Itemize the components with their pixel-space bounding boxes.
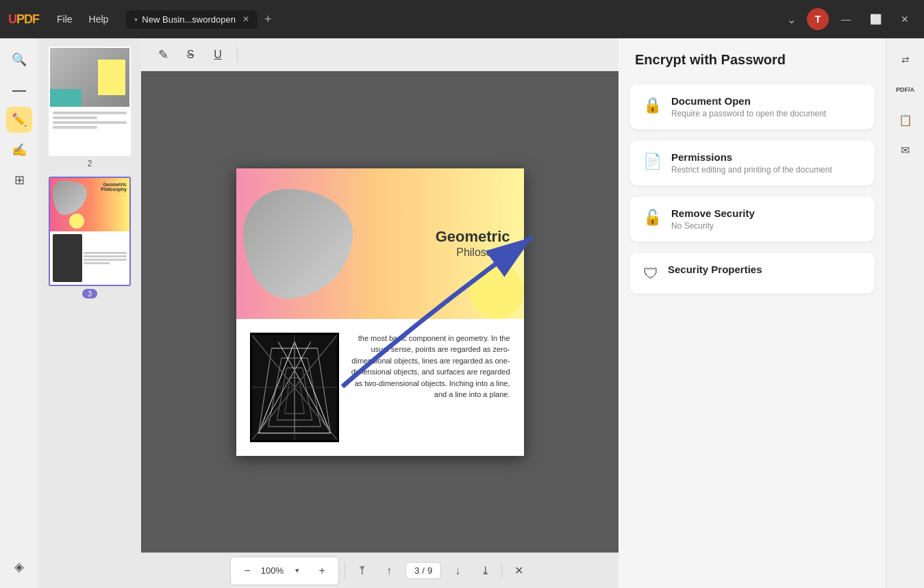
page-title-block: Geometric Philosophy — [436, 228, 510, 258]
security-properties-title: Security Properties — [668, 264, 762, 275]
page-header: Geometric Philosophy — [236, 168, 524, 319]
permissions-title: Permissions — [671, 151, 832, 163]
highlight-tool[interactable]: ✎ — [152, 44, 174, 66]
tab-area: ▾ New Busin...swordopen ✕ + — [126, 10, 776, 29]
maximize-button[interactable]: ⬜ — [863, 11, 888, 27]
zoom-controls: − 100% ▾ + — [230, 557, 339, 585]
page3-subtitle-text: Philosophy — [436, 246, 510, 259]
nav-divider-2 — [501, 563, 502, 579]
close-button[interactable]: ✕ — [894, 11, 916, 27]
toolbar: ✎ S U — [141, 38, 619, 71]
security-properties-text: Security Properties — [668, 264, 762, 277]
menu-help[interactable]: Help — [82, 11, 116, 27]
pages-icon[interactable]: ⊞ — [6, 167, 32, 193]
lock-open-icon: 🔓 — [643, 209, 662, 227]
thumbnail-page-2[interactable]: 2 — [49, 47, 131, 168]
thumbnail-panel: 2 GeometricPhilosophy — [38, 38, 141, 588]
geometric-svg — [252, 335, 337, 440]
remove-security-title: Remove Security — [671, 207, 755, 219]
document-icon[interactable]: 📋 — [892, 107, 919, 133]
convert-icon[interactable]: ⇄ — [892, 47, 919, 73]
bottom-navigation: − 100% ▾ + ⤒ ↑ 3 / 9 ↓ ⤓ ✕ — [141, 552, 619, 588]
tab-close-button[interactable]: ✕ — [242, 14, 249, 24]
page-indicator: 3 / 9 — [405, 562, 441, 579]
thumb-label-2: 2 — [88, 159, 92, 168]
document-lock-icon: 📄 — [643, 153, 662, 170]
active-tab[interactable]: ▾ New Busin...swordopen ✕ — [126, 10, 258, 29]
permissions-text: Permissions Restrict editing and printin… — [671, 151, 832, 175]
security-properties-option[interactable]: 🛡 Security Properties — [629, 253, 875, 294]
thumb-img-3: GeometricPhilosophy — [49, 177, 131, 286]
permissions-option[interactable]: 📄 Permissions Restrict editing and print… — [629, 140, 875, 186]
zoom-in-button[interactable]: + — [311, 560, 333, 582]
geometric-box — [250, 333, 339, 442]
last-page-button[interactable]: ⤓ — [474, 560, 496, 582]
prev-page-button[interactable]: ↑ — [378, 560, 400, 582]
shield-icon: 🛡 — [643, 265, 658, 283]
document-open-desc: Require a password to open the document — [671, 109, 826, 118]
minimize-button[interactable]: — — [834, 11, 858, 27]
right-panel: Encrypt with Password 🔒 Document Open Re… — [619, 38, 886, 588]
document-open-title: Document Open — [671, 95, 826, 107]
page3-title-text: Geometric — [436, 228, 510, 246]
content-area: ✎ S U Geometric Philosophy — [141, 38, 619, 588]
tab-title: New Busin...swordopen — [142, 14, 236, 25]
search-icon[interactable]: 🔍 — [6, 47, 32, 73]
first-page-button[interactable]: ⤒ — [351, 560, 373, 582]
zoom-dropdown-button[interactable]: ▾ — [286, 560, 308, 582]
app-logo: UPDF — [8, 12, 39, 27]
remove-security-desc: No Security — [671, 221, 755, 231]
page-document: Geometric Philosophy — [236, 168, 524, 456]
geometric-image-box — [250, 333, 339, 442]
next-page-button[interactable]: ↓ — [447, 560, 469, 582]
toolbar-divider — [237, 47, 238, 63]
menu-file[interactable]: File — [50, 11, 79, 27]
yellow-circle — [469, 264, 524, 319]
chevron-down-icon[interactable]: ⌄ — [782, 10, 801, 29]
tab-dropdown-icon[interactable]: ▾ — [134, 16, 138, 23]
page-body: the most basic component in geometry. In… — [236, 319, 524, 456]
titlebar: UPDF File Help ▾ New Busin...swordopen ✕… — [0, 0, 924, 38]
comment-icon[interactable]: ✍️ — [6, 137, 32, 163]
page-body-text: the most basic component in geometry. In… — [350, 333, 510, 442]
document-open-option[interactable]: 🔒 Document Open Require a password to op… — [629, 84, 875, 129]
left-sidebar: 🔍 — ✏️ ✍️ ⊞ ◈ — [0, 38, 38, 588]
lock-closed-icon: 🔒 — [643, 97, 662, 114]
titlebar-right-controls: ⌄ T — ⬜ ✕ — [782, 8, 916, 30]
zoom-out-button[interactable]: − — [236, 560, 258, 582]
layers-icon[interactable]: ◈ — [6, 554, 32, 580]
thumb-img-2 — [49, 47, 131, 156]
pdf-convert-icon[interactable]: PDF/A — [892, 77, 919, 103]
right-panel-title: Encrypt with Password — [619, 38, 886, 79]
page-separator: / — [422, 565, 425, 576]
avatar[interactable]: T — [807, 8, 829, 30]
permissions-desc: Restrict editing and printing of the doc… — [671, 165, 832, 175]
document-open-text: Document Open Require a password to open… — [671, 95, 826, 118]
current-page: 3 — [414, 565, 419, 576]
page-wavy-image — [243, 189, 353, 298]
underline-tool[interactable]: U — [207, 44, 229, 66]
page-canvas: Geometric Philosophy — [141, 71, 619, 552]
far-right-sidebar: ⇄ PDF/A 📋 ✉ — [886, 38, 924, 588]
minus-icon[interactable]: — — [6, 77, 32, 103]
thumbnail-page-3[interactable]: GeometricPhilosophy — [49, 177, 131, 298]
thumb-badge-3: 3 — [82, 289, 97, 298]
strikethrough-tool[interactable]: S — [179, 44, 201, 66]
remove-security-text: Remove Security No Security — [671, 207, 755, 231]
zoom-level: 100% — [261, 565, 284, 576]
thumb3-title-text: GeometricPhilosophy — [101, 182, 127, 192]
main-area: 🔍 — ✏️ ✍️ ⊞ ◈ — [0, 38, 924, 588]
close-nav-button[interactable]: ✕ — [508, 560, 529, 582]
nav-divider-1 — [345, 563, 345, 579]
new-tab-button[interactable]: + — [260, 12, 276, 27]
total-pages: 9 — [427, 565, 432, 576]
titlebar-menu: File Help — [50, 11, 115, 27]
wavy-shape — [243, 189, 353, 298]
edit-icon[interactable]: ✏️ — [6, 107, 32, 133]
remove-security-option[interactable]: 🔓 Remove Security No Security — [629, 196, 875, 242]
mail-icon[interactable]: ✉ — [892, 137, 919, 163]
